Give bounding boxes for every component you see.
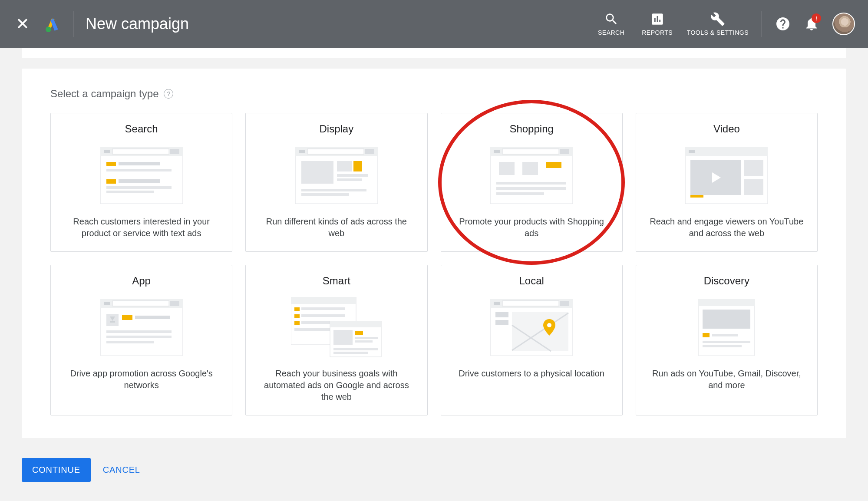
divider xyxy=(73,11,73,37)
svg-rect-51 xyxy=(110,321,115,323)
campaign-type-grid: Search Reach customers interes xyxy=(50,113,818,415)
svg-rect-38 xyxy=(689,150,695,153)
svg-rect-59 xyxy=(294,307,300,311)
svg-rect-56 xyxy=(106,341,154,343)
svg-point-84 xyxy=(547,323,551,327)
svg-rect-77 xyxy=(502,301,559,306)
svg-rect-54 xyxy=(106,330,172,333)
svg-rect-58 xyxy=(291,297,356,304)
svg-rect-32 xyxy=(546,162,561,168)
svg-rect-80 xyxy=(495,320,508,325)
svg-rect-41 xyxy=(690,195,703,198)
nav-reports[interactable]: REPORTS xyxy=(641,12,674,36)
help-tooltip-icon[interactable]: ? xyxy=(164,89,173,99)
tile-illustration xyxy=(647,295,806,360)
search-icon xyxy=(604,12,619,26)
header-right: SEARCH REPORTS TOOLS & SETTINGS ! xyxy=(595,11,855,37)
svg-rect-21 xyxy=(337,174,368,177)
svg-rect-16 xyxy=(307,149,364,154)
header-left: ✕ New campaign xyxy=(13,11,189,37)
svg-rect-89 xyxy=(712,334,738,336)
tile-desc: Drive customers to a physical location xyxy=(452,368,611,379)
svg-rect-43 xyxy=(744,179,763,195)
tile-display[interactable]: Display Run different kinds of xyxy=(245,113,427,252)
tile-desc: Run different kinds of ads across the we… xyxy=(257,216,416,239)
tile-smart[interactable]: Smart Re xyxy=(245,265,427,415)
nav-tools-settings[interactable]: TOOLS & SETTINGS xyxy=(687,12,749,36)
svg-rect-7 xyxy=(119,162,160,165)
tile-desc: Reach your business goals with automated… xyxy=(257,368,416,403)
notification-badge: ! xyxy=(812,13,821,23)
section-label: Select a campaign type ? xyxy=(50,88,818,100)
tile-video[interactable]: Video Reach and engage viewers on YouTub… xyxy=(636,113,818,252)
svg-rect-23 xyxy=(301,189,366,191)
tile-desc: Promote your products with Shopping ads xyxy=(452,216,611,239)
help-icon xyxy=(775,16,791,32)
avatar[interactable] xyxy=(832,13,855,35)
svg-rect-11 xyxy=(106,186,172,189)
svg-rect-5 xyxy=(170,149,179,154)
nav-tools-label: TOOLS & SETTINGS xyxy=(687,29,749,36)
svg-rect-86 xyxy=(698,299,755,306)
tile-app[interactable]: App Drive app promo xyxy=(50,265,232,415)
tile-title: Discovery xyxy=(647,275,806,287)
svg-rect-34 xyxy=(496,187,566,190)
svg-rect-20 xyxy=(353,161,362,171)
tile-desc: Reach customers interested in your produ… xyxy=(62,216,221,239)
svg-rect-71 xyxy=(355,340,373,343)
svg-rect-88 xyxy=(703,333,710,337)
nav-search-label: SEARCH xyxy=(598,29,624,36)
svg-rect-29 xyxy=(560,149,569,154)
tile-desc: Run ads on YouTube, Gmail, Discover, and… xyxy=(647,368,806,391)
svg-rect-76 xyxy=(494,302,500,305)
tile-discovery[interactable]: Discovery Run ads on YouTube, Gmail, Dis… xyxy=(636,265,818,415)
tile-desc: Reach and engage viewers on YouTube and … xyxy=(647,216,806,239)
svg-rect-12 xyxy=(106,191,154,193)
tile-shopping[interactable]: Shopping Promote your products with Shop… xyxy=(441,113,623,252)
close-icon[interactable]: ✕ xyxy=(13,13,32,35)
svg-rect-28 xyxy=(502,149,559,154)
svg-rect-8 xyxy=(106,169,172,171)
divider xyxy=(762,11,762,37)
tile-illustration xyxy=(257,143,416,208)
svg-rect-6 xyxy=(106,162,116,166)
notifications-button[interactable]: ! xyxy=(804,16,819,32)
app-header: ✕ New campaign SEARCH REPORTS TOOLS & SE… xyxy=(0,0,868,48)
svg-rect-73 xyxy=(333,352,368,354)
tile-title: Smart xyxy=(257,275,416,287)
svg-rect-22 xyxy=(337,178,362,181)
tile-illustration xyxy=(257,295,416,360)
svg-rect-37 xyxy=(685,147,768,156)
svg-rect-52 xyxy=(122,315,132,320)
svg-rect-70 xyxy=(355,337,378,339)
svg-rect-24 xyxy=(301,193,349,196)
svg-rect-78 xyxy=(560,301,569,306)
help-button[interactable] xyxy=(775,16,791,32)
campaign-type-card: Select a campaign type ? Search xyxy=(22,69,846,438)
svg-rect-68 xyxy=(333,330,353,345)
svg-rect-55 xyxy=(106,336,172,338)
tile-title: Shopping xyxy=(452,123,611,135)
svg-rect-53 xyxy=(135,316,170,319)
tile-illustration xyxy=(452,143,611,208)
cancel-button[interactable]: CANCEL xyxy=(103,465,140,475)
tile-title: Local xyxy=(452,275,611,287)
svg-rect-9 xyxy=(106,179,116,184)
svg-rect-91 xyxy=(703,345,742,347)
tile-illustration xyxy=(452,295,611,360)
tile-local[interactable]: Local Drive customers to a phy xyxy=(441,265,623,415)
svg-rect-79 xyxy=(495,312,508,317)
svg-rect-33 xyxy=(496,182,566,185)
svg-rect-3 xyxy=(104,150,110,153)
tile-title: Display xyxy=(257,123,416,135)
continue-button[interactable]: CONTINUE xyxy=(22,458,91,482)
svg-rect-27 xyxy=(494,150,500,153)
tile-search[interactable]: Search Reach customers interes xyxy=(50,113,232,252)
svg-rect-63 xyxy=(294,321,300,325)
nav-search[interactable]: SEARCH xyxy=(595,12,628,36)
nav-reports-label: REPORTS xyxy=(642,29,673,36)
wrench-icon xyxy=(710,12,725,26)
svg-rect-69 xyxy=(355,331,363,335)
svg-rect-31 xyxy=(522,162,538,175)
svg-rect-15 xyxy=(299,150,305,153)
